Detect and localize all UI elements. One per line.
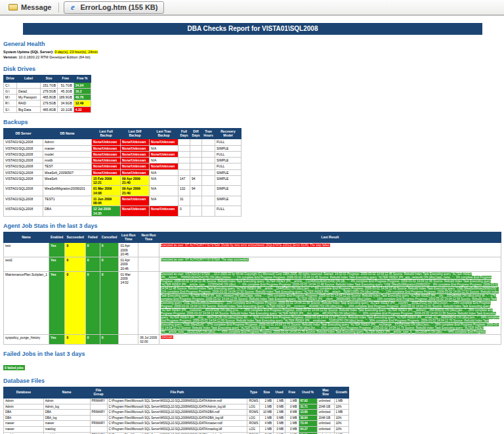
table-cell: Yes bbox=[49, 271, 64, 334]
table-cell: 09 Apr 2009 21:40 bbox=[121, 175, 150, 186]
table-cell: None/Unknown bbox=[150, 206, 178, 217]
table-cell: 12.49 bbox=[74, 100, 91, 106]
attachment-tab-label: ErrorLog.htm (155 KB) bbox=[80, 3, 158, 11]
table-cell: 15 Feb 2009 12:21 bbox=[92, 175, 121, 186]
table-cell bbox=[202, 186, 215, 196]
table-cell: 0 MB bbox=[273, 404, 285, 410]
table-cell: Admin bbox=[4, 398, 44, 404]
table-row: DBADBA_logC:\Program Files\Microsoft SQL… bbox=[4, 415, 349, 421]
table-cell: LOG bbox=[247, 415, 260, 421]
column-header: Free bbox=[285, 387, 299, 399]
table-cell: 10 MB bbox=[260, 410, 274, 416]
table-cell: VISTA01\SQL2008 bbox=[4, 163, 43, 169]
table-cell: model bbox=[43, 151, 92, 157]
table-cell: 0 bbox=[85, 243, 100, 257]
section-heading-general-health: General Health bbox=[3, 41, 501, 47]
table-cell bbox=[178, 163, 190, 169]
backups-table: DB ServerDB NameLast Full BackupLast Dif… bbox=[3, 128, 242, 217]
table-cell: None/Unknown bbox=[92, 139, 121, 145]
table-cell: None/Unknown bbox=[121, 151, 150, 157]
section-heading-job-stats: Agent Job Stats in the last 3 days bbox=[3, 223, 501, 229]
table-row: VISTA01\SQL2008TESTNone/UnknownNone/Unkn… bbox=[4, 163, 242, 169]
table-row: MaintenancePlan.Subplan_1Yes00001 Mar 20… bbox=[4, 271, 501, 334]
column-header: Free % bbox=[74, 75, 91, 82]
table-cell: 0 bbox=[85, 271, 100, 334]
table-cell: 73.44 bbox=[299, 421, 317, 427]
message-tab-label: Message bbox=[21, 3, 51, 11]
table-cell: DBA bbox=[43, 410, 90, 416]
table-cell bbox=[119, 334, 138, 345]
table-cell: 151.7GB bbox=[41, 82, 58, 88]
column-header: Growth bbox=[334, 387, 349, 399]
table-cell bbox=[202, 145, 215, 151]
table-cell: 1 MB bbox=[273, 410, 285, 416]
version-line: Version: 10.0.1600.22 RTM Developer Edit… bbox=[3, 55, 501, 60]
table-cell: LOG bbox=[247, 427, 260, 433]
table-row: M:\My Passport465.8GB189.9GB40.76 bbox=[4, 95, 91, 100]
column-header: Name bbox=[43, 387, 90, 399]
table-cell: LOG bbox=[247, 404, 260, 410]
table-cell: VISTA01\SQL2008 bbox=[4, 196, 43, 206]
table-cell: N/A bbox=[150, 186, 178, 196]
message-tab[interactable]: Message bbox=[6, 2, 54, 12]
table-cell: ROWS bbox=[247, 421, 260, 427]
table-header-row: DriveLabelSizeFreeFree % bbox=[4, 75, 91, 82]
table-cell: Yes bbox=[49, 334, 64, 345]
table-cell: FULL bbox=[215, 151, 242, 157]
table-cell: None/Unknown bbox=[121, 169, 150, 175]
table-cell: 279.5GB bbox=[41, 100, 58, 106]
table-cell: None/Unknown bbox=[92, 169, 121, 175]
table-cell: C:\Program Files\Microsoft SQL Server\MS… bbox=[107, 421, 247, 427]
table-cell: DBA bbox=[4, 410, 44, 416]
table-cell: PRIMARY bbox=[90, 421, 107, 427]
table-cell: 94 bbox=[190, 186, 202, 196]
column-header: Free bbox=[58, 75, 74, 82]
table-cell: 1 MB bbox=[260, 427, 274, 433]
table-cell: None/Unknown bbox=[121, 206, 150, 217]
table-cell: master bbox=[4, 427, 44, 433]
table-cell: 0 bbox=[100, 271, 119, 334]
attachment-bar: Message e ErrorLog.htm (155 KB) bbox=[0, 0, 504, 16]
table-cell: 10% bbox=[334, 415, 349, 421]
table-cell: None/Unknown bbox=[92, 158, 121, 163]
table-cell: C:\Program Files\Microsoft SQL Server\MS… bbox=[107, 427, 247, 433]
table-cell: 0 bbox=[178, 206, 190, 217]
status-text: Executed as user: VISTA01\SYSTEM. ...10.… bbox=[161, 272, 499, 334]
table-cell: TEST1 bbox=[43, 196, 92, 206]
uptime-label: System Uptime (SQL Server): bbox=[3, 50, 54, 54]
table-cell: 01 Apr 2009 20:46 bbox=[119, 243, 138, 257]
table-row: VISTA01\SQL2008masterNone/UnknownNone/Un… bbox=[4, 145, 242, 151]
table-cell: S:\ bbox=[4, 106, 17, 112]
table-cell: 38.84 bbox=[299, 415, 317, 421]
table-cell bbox=[202, 139, 215, 145]
agent-job-stats-table: NameEnabledSucceededFailedCancelledLast … bbox=[3, 232, 501, 345]
table-cell: 01 Apr 2009 20:46 bbox=[119, 257, 138, 272]
attachment-tab[interactable]: e ErrorLog.htm (155 KB) bbox=[64, 1, 164, 14]
table-cell: 40.76 bbox=[74, 95, 91, 100]
table-cell bbox=[202, 163, 215, 169]
table-cell: unlimited bbox=[317, 410, 334, 416]
table-row: mastermastlogC:\Program Files\Microsoft … bbox=[4, 427, 349, 433]
table-cell: None/Unknown bbox=[121, 145, 150, 151]
table-row: VISTA01\SQL2008WeaSoft15 Feb 2009 12:210… bbox=[4, 175, 242, 186]
column-header: Last Tran Backup bbox=[150, 128, 178, 139]
table-cell: None/Unknown bbox=[92, 145, 121, 151]
table-cell: 2048 GB bbox=[317, 415, 334, 421]
table-cell: Executed as user: NT AUTHORITY\SYSTEM. T… bbox=[159, 257, 501, 272]
column-header: Last Full Backup bbox=[92, 128, 121, 139]
table-cell: 16.2 bbox=[74, 88, 91, 94]
table-cell: 0 MB bbox=[273, 427, 285, 433]
table-cell: 51.7GB bbox=[58, 82, 74, 88]
table-cell: syspolicy_purge_history bbox=[4, 334, 49, 345]
table-cell: C:\Program Files\Microsoft SQL Server\MS… bbox=[107, 415, 247, 421]
table-cell bbox=[190, 151, 202, 157]
report-title: DBA Checks Report for VISTA01\SQL2008 bbox=[23, 23, 482, 35]
table-cell: G:\ bbox=[4, 88, 17, 94]
table-cell: Big Data bbox=[17, 106, 41, 112]
table-cell: MaintenancePlan.Subplan_1 bbox=[4, 271, 49, 334]
table-cell: C:\Program Files\Microsoft SQL Server\MS… bbox=[107, 398, 247, 404]
table-cell: 34.9GB bbox=[58, 100, 74, 106]
column-header: Enabled bbox=[49, 232, 64, 243]
table-header-row: DatabaseNameFile GroupFile PathTypeSizeU… bbox=[4, 387, 349, 399]
table-cell: 09 Apr 2009 21:40 bbox=[121, 186, 150, 196]
